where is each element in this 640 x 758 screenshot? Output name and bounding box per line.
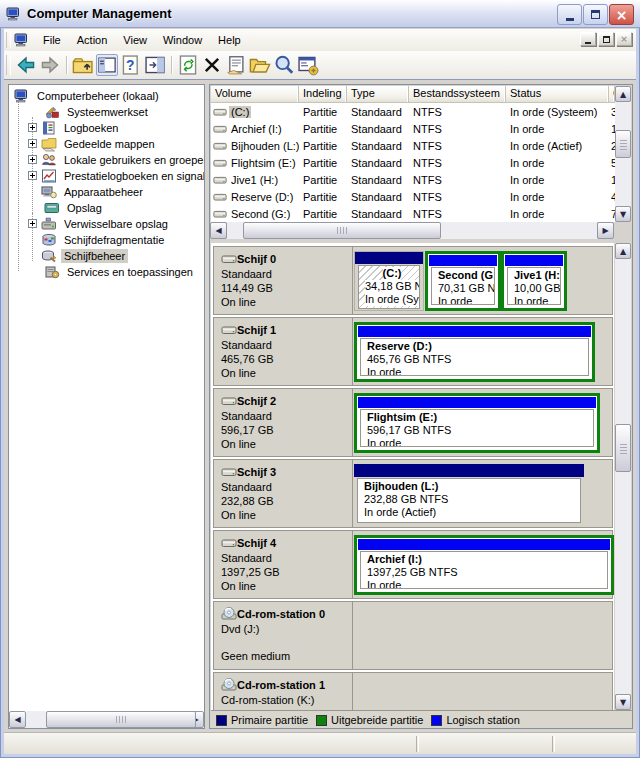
tree-item[interactable]: Schijfdefragmentatie — [9, 232, 204, 248]
tree-item[interactable]: Verwisselbare opslag — [9, 216, 204, 232]
tree-item[interactable]: Prestatielogboeken en signalen — [9, 168, 204, 184]
partition[interactable]: Bijhouden (L:) 232,88 GB NTFS In orde (A… — [354, 464, 584, 524]
partition-label: Second (G:) — [438, 269, 494, 282]
disk-icon — [213, 139, 227, 153]
disk-icon — [213, 122, 227, 136]
partition-size: 10,00 GB NTFS — [514, 282, 560, 295]
disk-icon — [213, 190, 227, 204]
volume-row[interactable]: Second (G:) Partitie Standaard NTFS In o… — [211, 205, 615, 222]
scroll-left-button: ◀ — [9, 711, 26, 728]
menu-item[interactable]: Help — [210, 31, 249, 49]
tree-item[interactable]: Schijfbeheer — [9, 248, 204, 264]
volume-row[interactable]: Reserve (D:) Partitie Standaard NTFS In … — [211, 188, 615, 205]
menu-bar: FileActionViewWindowHelp — [4, 29, 636, 51]
window-icon — [6, 6, 22, 22]
partition[interactable]: (C:) 34,18 GB NTFS In orde (Systeem) — [354, 251, 424, 311]
tree-item[interactable]: Opslag — [9, 200, 204, 216]
disk-icon — [213, 173, 227, 187]
volume-row[interactable]: Jive1 (H:) Partitie Standaard NTFS In or… — [211, 171, 615, 188]
volume-list-vertical-scrollbar[interactable]: ▲ ▼ — [615, 86, 631, 222]
partition-status: In orde — [367, 579, 607, 589]
action-pane-icon[interactable] — [144, 54, 166, 76]
disk-row: Schijf 0 Standaard 114,49 GB On line (C:… — [213, 246, 613, 315]
services-icon — [44, 264, 60, 280]
console-tree-icon[interactable] — [96, 54, 118, 76]
tree-item[interactable]: Systeemwerkset — [9, 104, 204, 120]
partition-label: Reserve (D:) — [367, 340, 588, 353]
column-header[interactable]: Indeling — [299, 86, 347, 102]
tree: Computerbeheer (lokaal) Systeemwerkset L… — [9, 85, 204, 711]
tree-item[interactable]: Computerbeheer (lokaal) — [9, 88, 204, 104]
properties-icon[interactable] — [225, 54, 247, 76]
disk-view-vertical-scrollbar[interactable]: ▲ ▼ — [615, 243, 631, 710]
partition[interactable]: Second (G:) 70,31 GB NTFS In orde — [425, 251, 501, 311]
mdi-close-button[interactable]: × — [616, 32, 632, 46]
removable-storage-icon — [41, 216, 57, 232]
cdrom-info[interactable]: Cd-rom-station 1 Cd-rom-station (K:) — [214, 673, 353, 710]
toolbar: ? — [4, 51, 636, 80]
partition-size: 232,88 GB NTFS — [364, 493, 580, 506]
refresh-icon[interactable] — [177, 54, 199, 76]
forward-icon[interactable] — [39, 54, 61, 76]
tree-item[interactable]: Apparaatbeheer — [9, 184, 204, 200]
legend-color-swatch — [216, 715, 227, 726]
cdrom-row: Cd-rom-station 1 Cd-rom-station (K:) — [213, 672, 613, 710]
disk-management-icon — [41, 248, 57, 264]
partition-label: Archief (I:) — [367, 553, 607, 566]
console-window-icon[interactable] — [297, 54, 319, 76]
menu-item[interactable]: Action — [69, 31, 116, 49]
find-icon[interactable] — [273, 54, 295, 76]
mdi-restore-button[interactable] — [598, 32, 614, 46]
cdrom-info[interactable]: Cd-rom-station 0 Dvd (J:) Geen medium — [214, 602, 353, 669]
disk-row: Schijf 3 Standaard 232,88 GB On line Bij… — [213, 459, 613, 528]
disk-icon — [213, 156, 227, 170]
disk-info[interactable]: Schijf 4 Standaard 1397,25 GB On line — [214, 531, 353, 598]
volume-row[interactable]: Archief (I:) Partitie Standaard NTFS In … — [211, 120, 615, 137]
partition[interactable]: Reserve (D:) 465,76 GB NTFS In orde — [354, 322, 595, 382]
performance-icon — [41, 168, 57, 184]
column-header[interactable]: Bestandssysteem — [409, 86, 506, 102]
disk-drive-icon — [221, 322, 237, 338]
disk-info[interactable]: Schijf 2 Standaard 596,17 GB On line — [214, 389, 353, 456]
column-header[interactable]: Type — [347, 86, 409, 102]
back-icon[interactable] — [15, 54, 37, 76]
title-bar[interactable]: Computer Management × — [0, 0, 640, 28]
partition[interactable]: Jive1 (H:) 10,00 GB NTFS In orde — [501, 251, 567, 311]
minimize-button[interactable] — [557, 4, 582, 25]
tree-horizontal-scrollbar[interactable]: ◀ ▶ — [9, 711, 204, 728]
partition-size: 596,17 GB NTFS — [367, 424, 593, 437]
partition-status: In orde — [438, 295, 494, 305]
partition[interactable]: Flightsim (E:) 596,17 GB NTFS In orde — [354, 393, 600, 453]
disk-info[interactable]: Schijf 0 Standaard 114,49 GB On line — [214, 247, 353, 314]
maximize-button[interactable] — [583, 4, 608, 25]
partition[interactable]: Archief (I:) 1397,25 GB NTFS In orde — [354, 535, 614, 595]
volume-list-horizontal-scrollbar[interactable]: ◀ ▶ — [210, 222, 614, 239]
volume-row[interactable]: (C:) Partitie Standaard NTFS In orde (Sy… — [211, 103, 615, 120]
legend-item: Primaire partitie — [216, 714, 308, 726]
close-button[interactable]: × — [609, 4, 634, 25]
delete-icon[interactable] — [201, 54, 223, 76]
tree-item[interactable]: Logboeken — [9, 120, 204, 136]
volume-row[interactable]: Flightsim (E:) Partitie Standaard NTFS I… — [211, 154, 615, 171]
menu-item[interactable]: View — [115, 31, 155, 49]
tree-item[interactable]: Lokale gebruikers en groepen — [9, 152, 204, 168]
tree-item[interactable]: Gedeelde mappen — [9, 136, 204, 152]
disk-drive-icon — [221, 535, 237, 551]
disk-info[interactable]: Schijf 1 Standaard 465,76 GB On line — [214, 318, 353, 385]
menu-item[interactable]: File — [35, 31, 69, 49]
disk-info[interactable]: Schijf 3 Standaard 232,88 GB On line — [214, 460, 353, 527]
help-doc-icon[interactable]: ? — [120, 54, 142, 76]
tree-item[interactable]: Services en toepassingen — [9, 264, 204, 280]
open-folder-icon[interactable] — [249, 54, 271, 76]
column-header[interactable]: Volume — [211, 86, 299, 102]
up-folder-icon[interactable] — [72, 54, 94, 76]
volume-row[interactable]: Bijhouden (L:) Partitie Standaard NTFS I… — [211, 137, 615, 154]
defrag-icon — [41, 232, 57, 248]
partition-size: 34,18 GB NTFS — [365, 280, 419, 293]
menu-item[interactable]: Window — [155, 31, 210, 49]
mdi-minimize-button[interactable] — [580, 32, 596, 46]
partition-status: In orde — [367, 366, 588, 376]
column-header[interactable]: Status — [506, 86, 609, 102]
partition-size: 465,76 GB NTFS — [367, 353, 588, 366]
partition-label: Jive1 (H:) — [514, 269, 560, 282]
